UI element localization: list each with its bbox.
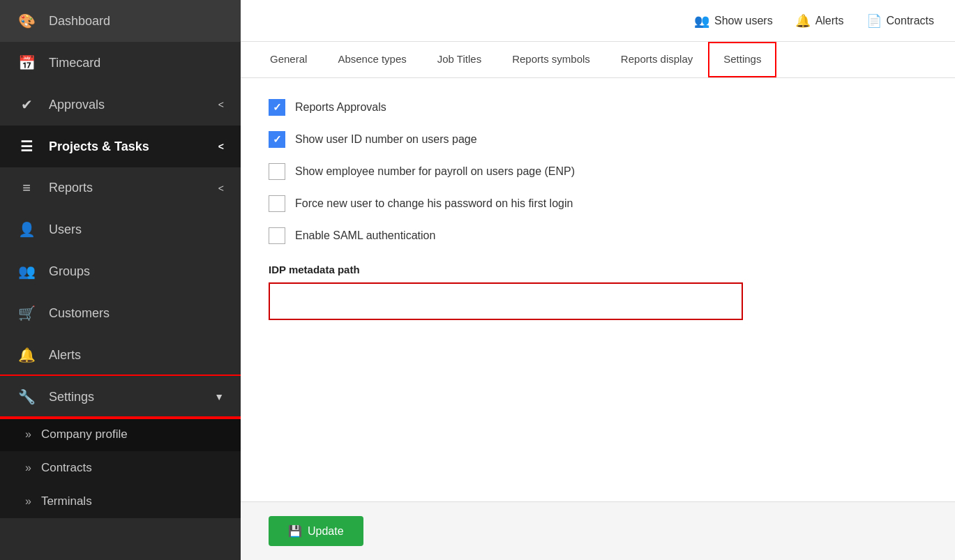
topbar-icon-contracts: 📄 <box>866 13 882 29</box>
subitem-icon-company-profile: » <box>25 428 31 441</box>
sidebar-subitem-terminals[interactable]: » Terminals <box>0 485 241 518</box>
customers-icon: 🛒 <box>17 305 36 321</box>
subitem-label-company-profile: Company profile <box>41 427 128 441</box>
checkbox-label-show-user-id: Show user ID number on users page <box>295 133 477 146</box>
projects-tasks-icon: ☰ <box>17 138 36 155</box>
checkbox-row-reports-approvals: Reports Approvals <box>269 99 927 116</box>
topbar-label-show-users: Show users <box>714 15 773 27</box>
checkbox-enable-saml[interactable] <box>269 227 285 244</box>
users-icon: 👤 <box>17 221 36 238</box>
sidebar-item-settings[interactable]: 🔧 Settings ▼ <box>0 376 241 418</box>
tab-settings[interactable]: Settings <box>708 42 776 77</box>
topbar-label-contracts: Contracts <box>887 15 934 27</box>
timecard-icon: 📅 <box>17 54 36 71</box>
topbar: 👥 Show users 🔔 Alerts 📄 Contracts <box>241 0 955 42</box>
checkbox-show-user-id[interactable] <box>269 131 285 148</box>
tab-reports-symbols[interactable]: Reports symbols <box>497 42 606 77</box>
sidebar: 🎨 Dashboard 📅 Timecard ✔ Approvals < ☰ P… <box>0 0 241 560</box>
tab-reports-display[interactable]: Reports display <box>606 42 708 77</box>
subitem-label-terminals: Terminals <box>41 494 92 508</box>
sidebar-item-timecard[interactable]: 📅 Timecard <box>0 42 241 84</box>
chevron-icon-approvals: < <box>218 99 224 110</box>
settings-content: Reports Approvals Show user ID number on… <box>241 78 955 501</box>
subitem-icon-terminals: » <box>25 495 31 508</box>
update-button[interactable]: 💾 Update <box>269 516 363 546</box>
subitem-icon-contracts: » <box>25 462 31 474</box>
tab-general[interactable]: General <box>255 42 322 77</box>
checkbox-label-force-password-change: Force new user to change his password on… <box>295 197 573 210</box>
topbar-item-alerts[interactable]: 🔔 Alerts <box>795 13 844 29</box>
checkbox-show-employee-number[interactable] <box>269 163 285 180</box>
subitem-label-contracts: Contracts <box>41 461 92 475</box>
idp-label: IDP metadata path <box>269 264 927 275</box>
tab-job-titles[interactable]: Job Titles <box>422 42 497 77</box>
bottom-bar: 💾 Update <box>241 501 955 560</box>
checkbox-row-force-password-change: Force new user to change his password on… <box>269 195 927 212</box>
sidebar-item-groups[interactable]: 👥 Groups <box>0 250 241 292</box>
checkbox-force-password-change[interactable] <box>269 195 285 212</box>
save-icon: 💾 <box>288 524 302 538</box>
sidebar-label-users: Users <box>49 222 82 237</box>
settings-icon: 🔧 <box>17 388 36 405</box>
checkbox-label-reports-approvals: Reports Approvals <box>295 101 386 114</box>
sidebar-subitem-contracts[interactable]: » Contracts <box>0 451 241 485</box>
sidebar-item-projects-tasks[interactable]: ☰ Projects & Tasks < <box>0 126 241 167</box>
sidebar-label-groups: Groups <box>49 264 90 279</box>
checkbox-label-enable-saml: Enable SAML authentication <box>295 229 435 242</box>
sidebar-label-timecard: Timecard <box>49 56 100 70</box>
tab-absence-types[interactable]: Absence types <box>322 42 421 77</box>
checkbox-label-show-employee-number: Show employee number for payroll on user… <box>295 165 575 178</box>
sidebar-item-alerts[interactable]: 🔔 Alerts <box>0 334 241 376</box>
idp-input[interactable] <box>269 282 743 320</box>
checkbox-row-show-employee-number: Show employee number for payroll on user… <box>269 163 927 180</box>
alerts-icon: 🔔 <box>17 347 36 363</box>
sidebar-label-customers: Customers <box>49 306 110 321</box>
checkbox-reports-approvals[interactable] <box>269 99 285 116</box>
topbar-label-alerts: Alerts <box>815 15 844 27</box>
dashboard-icon: 🎨 <box>17 13 36 29</box>
sidebar-label-alerts: Alerts <box>49 348 81 363</box>
groups-icon: 👥 <box>17 263 36 280</box>
topbar-icon-alerts: 🔔 <box>795 13 811 29</box>
sidebar-label-projects-tasks: Projects & Tasks <box>49 139 149 154</box>
sidebar-item-users[interactable]: 👤 Users <box>0 209 241 250</box>
chevron-icon-reports: < <box>218 183 224 194</box>
topbar-icon-show-users: 👥 <box>694 13 709 29</box>
topbar-item-contracts[interactable]: 📄 Contracts <box>866 13 934 29</box>
sidebar-subitem-company-profile[interactable]: » Company profile <box>0 418 241 451</box>
checkbox-row-enable-saml: Enable SAML authentication <box>269 227 927 244</box>
approvals-icon: ✔ <box>17 96 36 113</box>
sidebar-item-customers[interactable]: 🛒 Customers <box>0 292 241 334</box>
sidebar-item-reports[interactable]: ≡ Reports < <box>0 167 241 209</box>
sidebar-item-approvals[interactable]: ✔ Approvals < <box>0 84 241 126</box>
sidebar-label-approvals: Approvals <box>49 98 105 112</box>
chevron-icon-settings: ▼ <box>214 391 224 402</box>
tabs-bar: GeneralAbsence typesJob TitlesReports sy… <box>241 42 955 78</box>
sidebar-label-settings: Settings <box>49 390 94 404</box>
reports-icon: ≡ <box>17 180 36 196</box>
sidebar-item-dashboard[interactable]: 🎨 Dashboard <box>0 0 241 42</box>
topbar-item-show-users[interactable]: 👥 Show users <box>694 13 773 29</box>
chevron-icon-projects-tasks: < <box>218 141 224 152</box>
sidebar-label-dashboard: Dashboard <box>49 14 110 29</box>
checkbox-row-show-user-id: Show user ID number on users page <box>269 131 927 148</box>
sidebar-label-reports: Reports <box>49 181 93 195</box>
main-content: 👥 Show users 🔔 Alerts 📄 Contracts Genera… <box>241 0 955 560</box>
